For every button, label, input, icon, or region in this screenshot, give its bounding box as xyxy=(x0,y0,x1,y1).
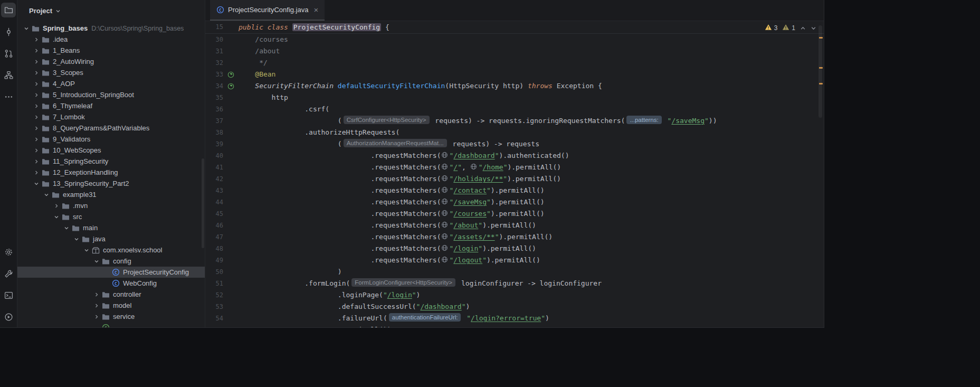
close-icon[interactable]: × xyxy=(313,5,318,14)
line-number[interactable]: 31 xyxy=(205,45,223,57)
line-number[interactable]: 55 xyxy=(205,324,223,327)
code-line-38[interactable]: 38 .authorizeHttpRequests( xyxy=(205,127,824,138)
tree-item-8-queryparams-pathvariables[interactable]: 8_QueryParams&PathVariables xyxy=(17,122,205,134)
line-number[interactable]: 43 xyxy=(205,185,223,196)
tree-item-com-xnoelsv-school[interactable]: com.xnoelsv.school xyxy=(17,244,205,256)
line-number[interactable]: 51 xyxy=(205,278,223,289)
line-number[interactable]: 32 xyxy=(205,57,223,69)
line-number[interactable]: 41 xyxy=(205,162,223,173)
weak-warnings-count[interactable]: 1 xyxy=(782,24,795,32)
project-panel-header[interactable]: Project xyxy=(17,0,205,21)
run-icon[interactable] xyxy=(1,309,16,324)
code-line-31[interactable]: 31 /about xyxy=(205,45,824,57)
code-line-41[interactable]: 41 .requestMatchers("/", "/home").permit… xyxy=(205,162,824,173)
code-line-52[interactable]: 52 .loginPage("/login") xyxy=(205,289,824,301)
line-number[interactable]: 36 xyxy=(205,103,223,115)
code-line-48[interactable]: 48 .requestMatchers("/login").permitAll(… xyxy=(205,243,824,254)
tree-item-service[interactable]: service xyxy=(17,311,205,322)
code-line-50[interactable]: 50 ) xyxy=(205,266,824,278)
chevron-expanded-icon[interactable] xyxy=(93,259,100,264)
tree-item--mvn[interactable]: .mvn xyxy=(17,200,205,211)
tree-item-12-exeptionhandling[interactable]: 12_ExeptionHandling xyxy=(17,167,205,178)
line-number[interactable]: 45 xyxy=(205,208,223,220)
url-inlay-icon[interactable] xyxy=(441,174,448,185)
line-number[interactable]: 34 xyxy=(205,80,223,92)
line-number[interactable]: 47 xyxy=(205,231,223,243)
tree-item-partial[interactable]: C xyxy=(17,322,205,327)
code-line-34[interactable]: 34 SecurityFilterChain defaultSecurityFi… xyxy=(205,80,824,92)
url-inlay-icon[interactable] xyxy=(441,209,448,220)
chevron-collapsed-icon[interactable] xyxy=(93,292,100,297)
tree-item-13-springsecurity-part2[interactable]: 13_SpringSecurity_Part2 xyxy=(17,178,205,189)
code-line-32[interactable]: 32 */ xyxy=(205,57,824,69)
code-line-47[interactable]: 47 .requestMatchers("/assets/**").permit… xyxy=(205,231,824,243)
chevron-collapsed-icon[interactable] xyxy=(93,314,100,319)
chevron-collapsed-icon[interactable] xyxy=(33,48,40,53)
more-icon[interactable] xyxy=(1,89,16,104)
line-number[interactable]: 49 xyxy=(205,254,223,266)
chevron-collapsed-icon[interactable] xyxy=(33,159,40,164)
line-number[interactable]: 40 xyxy=(205,150,223,162)
inspections-widget[interactable]: 3 1 xyxy=(765,24,816,32)
chevron-collapsed-icon[interactable] xyxy=(33,81,40,87)
code-line-40[interactable]: 40 .requestMatchers("/dashboard").authen… xyxy=(205,150,824,162)
code-line-44[interactable]: 44 .requestMatchers("/saveMsg").permitAl… xyxy=(205,196,824,208)
code-line-49[interactable]: 49 .requestMatchers("/logout").permitAll… xyxy=(205,254,824,266)
chevron-collapsed-icon[interactable] xyxy=(53,203,60,209)
code-line-53[interactable]: 53 .defaultSuccessUrl("/dashboard") xyxy=(205,301,824,313)
url-inlay-icon[interactable] xyxy=(441,220,448,232)
code-line-43[interactable]: 43 .requestMatchers("/contact").permitAl… xyxy=(205,185,824,196)
line-number[interactable]: 42 xyxy=(205,173,223,185)
tree-item-src[interactable]: src xyxy=(17,211,205,222)
tree-item--idea[interactable]: .idea xyxy=(17,34,205,45)
chevron-expanded-icon[interactable] xyxy=(33,181,40,186)
chevron-collapsed-icon[interactable] xyxy=(33,37,40,42)
tree-item-projectsecurityconfig[interactable]: CProjectSecurityConfig xyxy=(17,267,205,278)
tab-projectsecurityconfig-java[interactable]: C ProjectSecurityConfig.java × xyxy=(210,0,325,21)
url-inlay-icon[interactable] xyxy=(441,162,448,174)
chevron-down-icon[interactable] xyxy=(55,8,61,14)
project-panel-scrollbar[interactable] xyxy=(202,158,204,248)
tree-item-java[interactable]: java xyxy=(17,233,205,244)
code-line-46[interactable]: 46 .requestMatchers("/about").permitAll(… xyxy=(205,220,824,231)
code-line-33[interactable]: 33 @Bean xyxy=(205,69,824,80)
line-number[interactable]: 38 xyxy=(205,127,223,138)
chevron-expanded-icon[interactable] xyxy=(43,192,50,197)
code-line-55[interactable]: 55 .permitAll()) xyxy=(205,324,824,327)
next-problem-icon[interactable] xyxy=(811,25,816,31)
editor-scrollbar[interactable] xyxy=(819,25,822,118)
tree-item-1-beans[interactable]: 1_Beans xyxy=(17,45,205,56)
line-number[interactable]: 52 xyxy=(205,289,223,301)
chevron-expanded-icon[interactable] xyxy=(63,225,70,231)
warnings-count[interactable]: 3 xyxy=(765,24,778,32)
code-line-42[interactable]: 42 .requestMatchers("/holidays/**").perm… xyxy=(205,173,824,185)
line-number[interactable]: 30 xyxy=(205,34,223,45)
tree-item-model[interactable]: model xyxy=(17,300,205,311)
tree-item-3-scopes[interactable]: 3_Scopes xyxy=(17,67,205,78)
url-inlay-icon[interactable] xyxy=(470,162,477,174)
tree-item-5-introduction-springboot[interactable]: 5_Introduction_SpringBoot xyxy=(17,89,205,100)
code-line-15[interactable]: 15public class ProjectSecurityConfig { xyxy=(205,21,824,33)
line-number[interactable]: 50 xyxy=(205,266,223,278)
url-inlay-icon[interactable] xyxy=(441,150,448,162)
commit-icon[interactable] xyxy=(1,24,16,39)
line-number[interactable]: 39 xyxy=(205,138,223,150)
line-number[interactable]: 46 xyxy=(205,220,223,231)
chevron-expanded-icon[interactable] xyxy=(83,248,90,253)
line-number[interactable]: 54 xyxy=(205,313,223,324)
code-viewport[interactable]: 30 /courses31 /about32 */33 @Bean34 Secu… xyxy=(205,34,824,327)
code-line-35[interactable]: 35 http xyxy=(205,92,824,103)
structure-icon[interactable] xyxy=(1,68,16,82)
tree-item-6-thymeleaf[interactable]: 6_Thymeleaf xyxy=(17,100,205,111)
tree-item-9-validators[interactable]: 9_Validators xyxy=(17,134,205,145)
code-line-54[interactable]: 54 .failureUrl(authenticationFailureUrl:… xyxy=(205,313,824,324)
chevron-collapsed-icon[interactable] xyxy=(33,92,40,98)
line-number[interactable]: 33 xyxy=(205,69,223,80)
chevron-collapsed-icon[interactable] xyxy=(93,303,100,308)
tree-item-config[interactable]: config xyxy=(17,256,205,267)
chevron-collapsed-icon[interactable] xyxy=(33,59,40,64)
url-inlay-icon[interactable] xyxy=(441,255,448,267)
tree-item-controller[interactable]: controller xyxy=(17,289,205,300)
sticky-header-line[interactable]: 15public class ProjectSecurityConfig { xyxy=(205,21,824,34)
tree-item-4-aop[interactable]: 4_AOP xyxy=(17,78,205,89)
